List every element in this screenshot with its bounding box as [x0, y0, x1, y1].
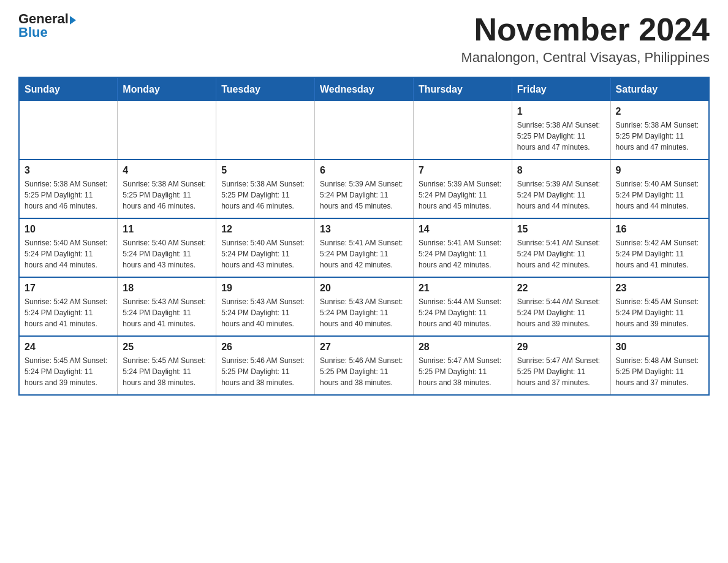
- day-cell: [19, 101, 118, 159]
- day-cell: 19Sunrise: 5:43 AM Sunset: 5:24 PM Dayli…: [216, 277, 315, 336]
- day-info: Sunrise: 5:43 AM Sunset: 5:24 PM Dayligh…: [123, 296, 211, 329]
- week-row-4: 17Sunrise: 5:42 AM Sunset: 5:24 PM Dayli…: [19, 277, 709, 336]
- month-title: November 2024: [461, 12, 710, 47]
- day-number: 12: [221, 224, 309, 235]
- day-number: 24: [25, 342, 112, 353]
- logo-text: General Blue: [18, 12, 76, 39]
- day-number: 23: [616, 283, 703, 294]
- calendar-table: SundayMondayTuesdayWednesdayThursdayFrid…: [18, 77, 710, 396]
- day-info: Sunrise: 5:46 AM Sunset: 5:25 PM Dayligh…: [320, 355, 408, 388]
- day-number: 26: [221, 342, 309, 353]
- day-info: Sunrise: 5:40 AM Sunset: 5:24 PM Dayligh…: [123, 237, 211, 270]
- day-number: 9: [616, 165, 703, 176]
- day-number: 14: [419, 224, 507, 235]
- day-cell: 1Sunrise: 5:38 AM Sunset: 5:25 PM Daylig…: [512, 101, 610, 159]
- logo: General Blue: [18, 12, 76, 39]
- day-info: Sunrise: 5:41 AM Sunset: 5:24 PM Dayligh…: [419, 237, 507, 270]
- day-cell: 14Sunrise: 5:41 AM Sunset: 5:24 PM Dayli…: [413, 218, 512, 277]
- header-row: SundayMondayTuesdayWednesdayThursdayFrid…: [19, 77, 709, 101]
- day-cell: 15Sunrise: 5:41 AM Sunset: 5:24 PM Dayli…: [512, 218, 610, 277]
- calendar-body: 1Sunrise: 5:38 AM Sunset: 5:25 PM Daylig…: [19, 101, 709, 395]
- day-number: 5: [221, 165, 309, 176]
- day-cell: [118, 101, 216, 159]
- day-info: Sunrise: 5:44 AM Sunset: 5:24 PM Dayligh…: [517, 296, 605, 329]
- day-cell: 21Sunrise: 5:44 AM Sunset: 5:24 PM Dayli…: [413, 277, 512, 336]
- day-cell: 4Sunrise: 5:38 AM Sunset: 5:25 PM Daylig…: [118, 159, 216, 218]
- day-number: 30: [616, 342, 703, 353]
- header-cell-monday: Monday: [118, 77, 216, 101]
- logo-general-text: General: [18, 12, 69, 26]
- header-cell-friday: Friday: [512, 77, 610, 101]
- day-cell: 22Sunrise: 5:44 AM Sunset: 5:24 PM Dayli…: [512, 277, 610, 336]
- day-info: Sunrise: 5:48 AM Sunset: 5:25 PM Dayligh…: [616, 355, 703, 388]
- day-cell: 23Sunrise: 5:45 AM Sunset: 5:24 PM Dayli…: [610, 277, 709, 336]
- day-cell: 13Sunrise: 5:41 AM Sunset: 5:24 PM Dayli…: [315, 218, 414, 277]
- day-cell: 8Sunrise: 5:39 AM Sunset: 5:24 PM Daylig…: [512, 159, 610, 218]
- day-info: Sunrise: 5:41 AM Sunset: 5:24 PM Dayligh…: [517, 237, 605, 270]
- day-cell: [413, 101, 512, 159]
- day-cell: 2Sunrise: 5:38 AM Sunset: 5:25 PM Daylig…: [610, 101, 709, 159]
- day-info: Sunrise: 5:45 AM Sunset: 5:24 PM Dayligh…: [25, 355, 112, 388]
- calendar-header: SundayMondayTuesdayWednesdayThursdayFrid…: [19, 77, 709, 101]
- day-number: 2: [616, 106, 703, 117]
- day-number: 21: [419, 283, 507, 294]
- title-block: November 2024 Manalongon, Central Visaya…: [461, 12, 710, 66]
- day-info: Sunrise: 5:45 AM Sunset: 5:24 PM Dayligh…: [123, 355, 211, 388]
- day-number: 18: [123, 283, 211, 294]
- day-info: Sunrise: 5:38 AM Sunset: 5:25 PM Dayligh…: [25, 178, 112, 212]
- week-row-1: 1Sunrise: 5:38 AM Sunset: 5:25 PM Daylig…: [19, 101, 709, 159]
- day-cell: 12Sunrise: 5:40 AM Sunset: 5:24 PM Dayli…: [216, 218, 315, 277]
- day-number: 8: [517, 165, 605, 176]
- day-cell: 27Sunrise: 5:46 AM Sunset: 5:25 PM Dayli…: [315, 336, 414, 395]
- day-cell: 10Sunrise: 5:40 AM Sunset: 5:24 PM Dayli…: [19, 218, 118, 277]
- day-number: 20: [320, 283, 408, 294]
- day-cell: 28Sunrise: 5:47 AM Sunset: 5:25 PM Dayli…: [413, 336, 512, 395]
- day-number: 19: [221, 283, 309, 294]
- day-number: 27: [320, 342, 408, 353]
- day-cell: 9Sunrise: 5:40 AM Sunset: 5:24 PM Daylig…: [610, 159, 709, 218]
- day-info: Sunrise: 5:39 AM Sunset: 5:24 PM Dayligh…: [320, 178, 408, 212]
- day-cell: [315, 101, 414, 159]
- day-number: 15: [517, 224, 605, 235]
- logo-blue-text: Blue: [18, 26, 76, 39]
- day-cell: 16Sunrise: 5:42 AM Sunset: 5:24 PM Dayli…: [610, 218, 709, 277]
- day-cell: 25Sunrise: 5:45 AM Sunset: 5:24 PM Dayli…: [118, 336, 216, 395]
- day-number: 6: [320, 165, 408, 176]
- day-info: Sunrise: 5:40 AM Sunset: 5:24 PM Dayligh…: [25, 237, 112, 270]
- day-number: 17: [25, 283, 112, 294]
- day-info: Sunrise: 5:47 AM Sunset: 5:25 PM Dayligh…: [419, 355, 507, 388]
- day-number: 4: [123, 165, 211, 176]
- header-cell-saturday: Saturday: [610, 77, 709, 101]
- day-info: Sunrise: 5:43 AM Sunset: 5:24 PM Dayligh…: [320, 296, 408, 329]
- header-cell-wednesday: Wednesday: [315, 77, 414, 101]
- day-info: Sunrise: 5:44 AM Sunset: 5:24 PM Dayligh…: [419, 296, 507, 329]
- day-cell: 7Sunrise: 5:39 AM Sunset: 5:24 PM Daylig…: [413, 159, 512, 218]
- day-cell: 5Sunrise: 5:38 AM Sunset: 5:25 PM Daylig…: [216, 159, 315, 218]
- day-cell: 29Sunrise: 5:47 AM Sunset: 5:25 PM Dayli…: [512, 336, 610, 395]
- day-info: Sunrise: 5:43 AM Sunset: 5:24 PM Dayligh…: [221, 296, 309, 329]
- location-title: Manalongon, Central Visayas, Philippines: [461, 50, 710, 66]
- day-cell: 6Sunrise: 5:39 AM Sunset: 5:24 PM Daylig…: [315, 159, 414, 218]
- day-info: Sunrise: 5:47 AM Sunset: 5:25 PM Dayligh…: [517, 355, 605, 388]
- day-cell: 18Sunrise: 5:43 AM Sunset: 5:24 PM Dayli…: [118, 277, 216, 336]
- header-cell-sunday: Sunday: [19, 77, 118, 101]
- week-row-3: 10Sunrise: 5:40 AM Sunset: 5:24 PM Dayli…: [19, 218, 709, 277]
- day-info: Sunrise: 5:38 AM Sunset: 5:25 PM Dayligh…: [123, 178, 211, 212]
- page-header: General Blue November 2024 Manalongon, C…: [18, 12, 710, 66]
- day-number: 1: [517, 106, 605, 117]
- day-number: 3: [25, 165, 112, 176]
- day-info: Sunrise: 5:41 AM Sunset: 5:24 PM Dayligh…: [320, 237, 408, 270]
- day-info: Sunrise: 5:45 AM Sunset: 5:24 PM Dayligh…: [616, 296, 703, 329]
- day-info: Sunrise: 5:40 AM Sunset: 5:24 PM Dayligh…: [616, 178, 703, 212]
- week-row-2: 3Sunrise: 5:38 AM Sunset: 5:25 PM Daylig…: [19, 159, 709, 218]
- day-number: 11: [123, 224, 211, 235]
- day-number: 25: [123, 342, 211, 353]
- day-info: Sunrise: 5:39 AM Sunset: 5:24 PM Dayligh…: [419, 178, 507, 212]
- week-row-5: 24Sunrise: 5:45 AM Sunset: 5:24 PM Dayli…: [19, 336, 709, 395]
- day-number: 29: [517, 342, 605, 353]
- day-info: Sunrise: 5:38 AM Sunset: 5:25 PM Dayligh…: [221, 178, 309, 212]
- day-number: 22: [517, 283, 605, 294]
- day-info: Sunrise: 5:38 AM Sunset: 5:25 PM Dayligh…: [616, 120, 703, 153]
- day-cell: 24Sunrise: 5:45 AM Sunset: 5:24 PM Dayli…: [19, 336, 118, 395]
- day-info: Sunrise: 5:42 AM Sunset: 5:24 PM Dayligh…: [616, 237, 703, 270]
